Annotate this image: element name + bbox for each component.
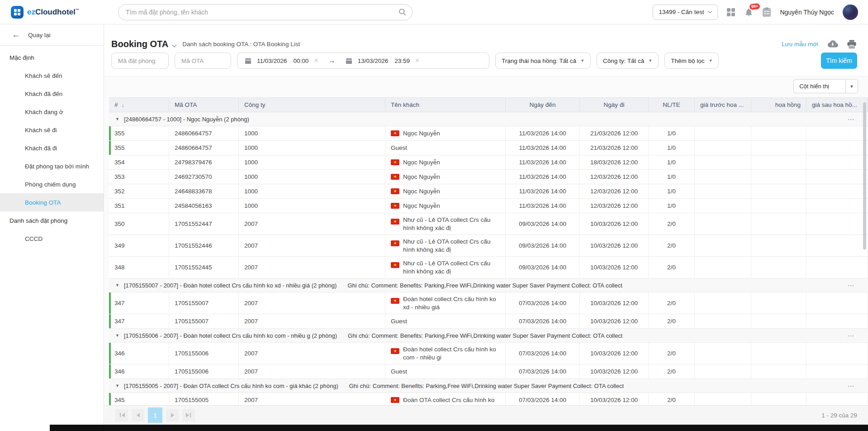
cell-ota-code: 17051552446: [169, 235, 239, 256]
booking-row[interactable]: 350170515524472007★Như cũ - Lẻ OTA colle…: [109, 213, 868, 235]
cell-index: 348: [109, 257, 169, 278]
sidebar-item-khach-se-en[interactable]: Khách sẽ đến: [0, 67, 104, 85]
more-filters-button[interactable]: Thêm bộ lọc ▼: [664, 53, 719, 69]
booking-group-row[interactable]: ▼[1705155006 - 2007] - Đoàn hotel collec…: [109, 329, 868, 343]
booking-row[interactable]: 34717051550072007★Đoàn hotel collect Crs…: [109, 292, 868, 314]
column-header-ngay-en[interactable]: Ngày đến: [506, 98, 580, 112]
cell-price-after-commission: [806, 155, 868, 169]
cell-commission: [751, 235, 806, 256]
clear-date-to-icon[interactable]: ×: [415, 57, 419, 64]
sidebar-item-khach-ang-o[interactable]: Khách đang ở: [0, 103, 104, 121]
collapse-caret-icon[interactable]: ▼: [115, 283, 119, 287]
sidebar-back-button[interactable]: ← Quay lại: [0, 24, 104, 45]
pagination-last-button[interactable]: [182, 409, 195, 421]
cell-nl-te: 2/0: [649, 292, 695, 314]
apps-grid-button[interactable]: [726, 8, 735, 17]
back-label: Quay lại: [28, 32, 51, 38]
group-more-button[interactable]: •••: [848, 384, 854, 388]
printer-icon: [847, 40, 856, 48]
cell-company: 1000: [239, 155, 385, 169]
app-logo[interactable]: ezCloudhotel™: [11, 6, 79, 19]
booking-row[interactable]: 354247983794761000★Ngọc Nguyễn11/03/2026…: [109, 155, 868, 170]
cell-company: 2007: [239, 213, 385, 235]
cell-price-after-commission: [806, 343, 868, 364]
app-logo-text: ezCloudhotel™: [27, 8, 79, 17]
group-more-button[interactable]: •••: [848, 117, 854, 121]
cell-commission: [751, 141, 806, 155]
sidebar-item-at-phong-tao-boi-minh[interactable]: Đặt phòng tạo bởi mình: [0, 157, 104, 175]
sidebar-item-khach-a-en[interactable]: Khách đã đến: [0, 85, 104, 103]
booking-row[interactable]: 34617051550062007Guest07/03/2026 14:0010…: [109, 364, 868, 379]
column-header-cong-ty[interactable]: Công ty: [239, 98, 385, 112]
column-header-gia-truoc-hoa-col7col7col7[interactable]: giá trước hoa ...: [695, 98, 751, 112]
sidebar-item-cccd[interactable]: CCCD: [0, 230, 104, 248]
cell-price-before-commission: [695, 292, 751, 314]
booking-group-row[interactable]: ▼[24860664757 - 1000] - Ngọc Nguyễn (2 p…: [109, 112, 868, 126]
column-header-gia-sau-hoa-hocol9col9col9[interactable]: giá sau hoa hồ...: [806, 98, 868, 112]
sidebar-item-phong-chiem-dung[interactable]: Phòng chiếm dụng: [0, 175, 104, 193]
booking-group-row[interactable]: ▼[1705155007 - 2007] - Đoàn hotel collec…: [109, 278, 868, 292]
ota-code-input[interactable]: [175, 53, 231, 69]
vertical-scrollbar-thumb[interactable]: [863, 102, 866, 249]
booking-row[interactable]: 353246927305701000★Ngọc Nguyễn11/03/2026…: [109, 170, 868, 184]
column-header-col0[interactable]: #↓: [109, 98, 169, 112]
booking-row[interactable]: 352246488336781000★Ngọc Nguyễn11/03/2026…: [109, 184, 868, 199]
column-header-hoa-hong[interactable]: hoa hồng: [751, 98, 806, 112]
group-more-button[interactable]: •••: [848, 334, 854, 338]
column-header-ma-ota[interactable]: Mã OTA: [169, 98, 239, 112]
cell-company: 2007: [239, 257, 385, 278]
clear-date-from-icon[interactable]: ×: [314, 57, 318, 64]
booking-row[interactable]: 349170515524462007★Như cũ - Lẻ OTA colle…: [109, 235, 868, 257]
collapse-caret-icon[interactable]: ▼: [115, 333, 119, 338]
pagination-next-button[interactable]: [166, 409, 179, 421]
sidebar-item-khach-a-i[interactable]: Khách đã đi: [0, 139, 104, 157]
visible-columns-button[interactable]: Cột hiển thị ▼: [793, 79, 858, 93]
sidebar-item-booking-ota[interactable]: Booking OTA: [0, 193, 104, 211]
tasks-button[interactable]: [762, 7, 771, 17]
cell-nl-te: 1/0: [649, 126, 695, 140]
booking-row[interactable]: 34617051550062007★Đoàn hotel collect Crs…: [109, 343, 868, 364]
company-filter[interactable]: Công ty: Tất cả ▼: [597, 53, 659, 69]
vietnam-flag-icon: ★: [391, 174, 399, 180]
collapse-caret-icon[interactable]: ▼: [115, 383, 119, 388]
booking-row[interactable]: 34717051550072007Guest07/03/2026 14:0010…: [109, 314, 868, 329]
booking-row[interactable]: 355248606647571000Guest11/03/2026 14:002…: [109, 141, 868, 155]
group-label: [1705155007 - 2007] - Đoàn hotel collect…: [124, 282, 337, 289]
booking-row[interactable]: 355248606647571000★Ngọc Nguyễn11/03/2026…: [109, 126, 868, 141]
cell-commission: [751, 393, 806, 405]
cell-price-after-commission: [806, 184, 868, 198]
booking-row[interactable]: 34517051550052007★Đoàn OTA collect Crs c…: [109, 393, 868, 405]
notifications-button[interactable]: 99+: [744, 7, 754, 17]
pagination-first-button[interactable]: [115, 409, 128, 421]
booking-row[interactable]: 348170515524452007★Như cũ - Lẻ OTA colle…: [109, 257, 868, 278]
export-button[interactable]: [827, 40, 838, 48]
booking-group-row[interactable]: ▼[1705155005 - 2007] - Đoàn OTA collect …: [109, 379, 868, 393]
visible-columns-label: Cột hiển thị: [794, 83, 845, 90]
column-header-ten-khach[interactable]: Tên khách: [385, 98, 506, 112]
pagination-page-current[interactable]: 1: [148, 407, 162, 423]
booking-code-input[interactable]: [111, 53, 169, 69]
cell-checkin: 11/03/2026 14:00: [506, 126, 580, 140]
cell-company: 1000: [239, 126, 385, 140]
cell-price-after-commission: [806, 292, 868, 314]
cell-commission: [751, 292, 806, 314]
search-submit-button[interactable]: Tìm kiếm: [821, 53, 857, 69]
group-more-button[interactable]: •••: [848, 283, 854, 287]
column-header-ngay-i[interactable]: Ngày đi: [580, 98, 649, 112]
column-header-nl-te[interactable]: NL/TE: [649, 98, 695, 112]
print-button[interactable]: [847, 40, 856, 48]
save-template-link[interactable]: Lưu mẫu mới: [782, 41, 818, 48]
collapse-caret-icon[interactable]: ▼: [115, 117, 119, 121]
search-input[interactable]: [118, 4, 413, 20]
date-range-picker[interactable]: 11/03/2026 00:00 × → 13/03/2026 23:59 ×: [237, 53, 489, 69]
commission-status-filter[interactable]: Trạng thái hoa hồng: Tất cả ▼: [495, 53, 591, 69]
booking-row[interactable]: 351245840561631000★Ngọc Nguyễn11/03/2026…: [109, 199, 868, 213]
cell-index: 352: [109, 184, 169, 198]
pagination-prev-button[interactable]: [132, 409, 144, 421]
property-selector[interactable]: 13499 - Căn test: [653, 5, 718, 20]
cell-commission: [751, 257, 806, 278]
sidebar-item-khach-se-i[interactable]: Khách sẽ đi: [0, 121, 104, 139]
title-chevron-down-icon[interactable]: [172, 43, 177, 47]
user-avatar[interactable]: [843, 5, 858, 20]
cell-index: 350: [109, 213, 169, 235]
